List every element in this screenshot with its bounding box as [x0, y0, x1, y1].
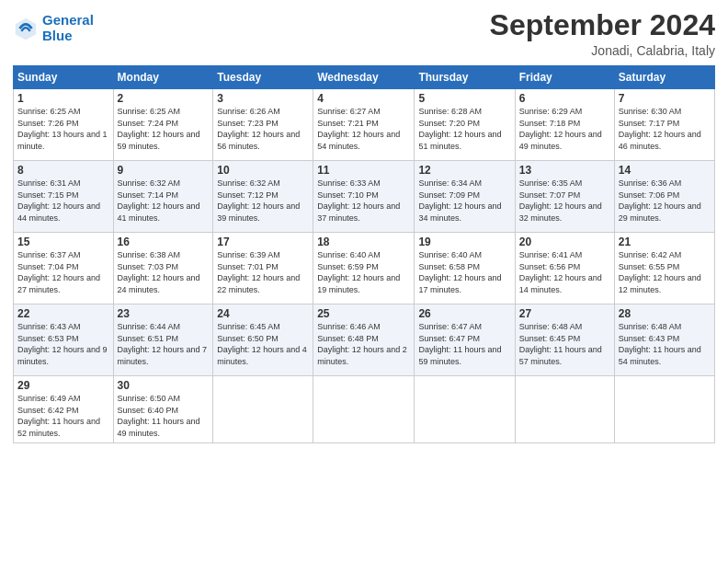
header: General Blue September 2024 Jonadi, Cala… [13, 9, 715, 58]
col-sunday: Sunday [14, 66, 114, 89]
location: Jonadi, Calabria, Italy [490, 43, 715, 58]
logo-blue: Blue [42, 28, 73, 43]
calendar-week-3: 15Sunrise: 6:37 AMSunset: 7:04 PMDayligh… [14, 233, 715, 304]
calendar-week-1: 1Sunrise: 6:25 AMSunset: 7:26 PMDaylight… [14, 89, 715, 161]
col-wednesday: Wednesday [313, 66, 415, 89]
table-row: 6Sunrise: 6:29 AMSunset: 7:18 PMDaylight… [515, 89, 614, 161]
table-row: 10Sunrise: 6:32 AMSunset: 7:12 PMDayligh… [213, 161, 313, 233]
table-row: 18Sunrise: 6:40 AMSunset: 6:59 PMDayligh… [313, 233, 415, 304]
table-row: 11Sunrise: 6:33 AMSunset: 7:10 PMDayligh… [313, 161, 415, 233]
table-row: 27Sunrise: 6:48 AMSunset: 6:45 PMDayligh… [515, 304, 614, 376]
title-block: September 2024 Jonadi, Calabria, Italy [490, 9, 715, 58]
calendar-header-row: Sunday Monday Tuesday Wednesday Thursday… [14, 66, 715, 89]
table-row: 9Sunrise: 6:32 AMSunset: 7:14 PMDaylight… [113, 161, 213, 233]
table-row: 8Sunrise: 6:31 AMSunset: 7:15 PMDaylight… [14, 161, 114, 233]
table-row: 1Sunrise: 6:25 AMSunset: 7:26 PMDaylight… [14, 89, 114, 161]
table-row: 23Sunrise: 6:44 AMSunset: 6:51 PMDayligh… [113, 304, 213, 376]
table-row: 3Sunrise: 6:26 AMSunset: 7:23 PMDaylight… [213, 89, 313, 161]
table-row: 22Sunrise: 6:43 AMSunset: 6:53 PMDayligh… [14, 304, 114, 376]
table-row [515, 376, 614, 442]
logo-icon [13, 16, 39, 41]
table-row [415, 376, 515, 442]
col-tuesday: Tuesday [213, 66, 313, 89]
table-row: 4Sunrise: 6:27 AMSunset: 7:21 PMDaylight… [313, 89, 415, 161]
calendar-week-4: 22Sunrise: 6:43 AMSunset: 6:53 PMDayligh… [14, 304, 715, 376]
table-row: 24Sunrise: 6:45 AMSunset: 6:50 PMDayligh… [213, 304, 313, 376]
table-row: 5Sunrise: 6:28 AMSunset: 7:20 PMDaylight… [415, 89, 515, 161]
calendar-table: Sunday Monday Tuesday Wednesday Thursday… [13, 65, 715, 442]
logo: General Blue [13, 13, 94, 43]
table-row: 2Sunrise: 6:25 AMSunset: 7:24 PMDaylight… [113, 89, 213, 161]
table-row: 21Sunrise: 6:42 AMSunset: 6:55 PMDayligh… [614, 233, 714, 304]
col-monday: Monday [113, 66, 213, 89]
month-title: September 2024 [490, 9, 715, 41]
table-row: 14Sunrise: 6:36 AMSunset: 7:06 PMDayligh… [614, 161, 714, 233]
table-row: 16Sunrise: 6:38 AMSunset: 7:03 PMDayligh… [113, 233, 213, 304]
calendar-week-5: 29Sunrise: 6:49 AMSunset: 6:42 PMDayligh… [14, 376, 715, 442]
table-row [313, 376, 415, 442]
col-thursday: Thursday [415, 66, 515, 89]
table-row: 20Sunrise: 6:41 AMSunset: 6:56 PMDayligh… [515, 233, 614, 304]
svg-marker-0 [16, 17, 36, 39]
table-row: 25Sunrise: 6:46 AMSunset: 6:48 PMDayligh… [313, 304, 415, 376]
table-row: 7Sunrise: 6:30 AMSunset: 7:17 PMDaylight… [614, 89, 714, 161]
page-container: General Blue September 2024 Jonadi, Cala… [0, 0, 728, 449]
logo-text: General Blue [42, 13, 94, 43]
table-row: 13Sunrise: 6:35 AMSunset: 7:07 PMDayligh… [515, 161, 614, 233]
table-row: 29Sunrise: 6:49 AMSunset: 6:42 PMDayligh… [14, 376, 114, 442]
table-row: 17Sunrise: 6:39 AMSunset: 7:01 PMDayligh… [213, 233, 313, 304]
table-row: 12Sunrise: 6:34 AMSunset: 7:09 PMDayligh… [415, 161, 515, 233]
col-friday: Friday [515, 66, 614, 89]
table-row: 28Sunrise: 6:48 AMSunset: 6:43 PMDayligh… [614, 304, 714, 376]
table-row: 30Sunrise: 6:50 AMSunset: 6:40 PMDayligh… [113, 376, 213, 442]
table-row: 26Sunrise: 6:47 AMSunset: 6:47 PMDayligh… [415, 304, 515, 376]
calendar-week-2: 8Sunrise: 6:31 AMSunset: 7:15 PMDaylight… [14, 161, 715, 233]
table-row: 15Sunrise: 6:37 AMSunset: 7:04 PMDayligh… [14, 233, 114, 304]
table-row [213, 376, 313, 442]
table-row [614, 376, 714, 442]
col-saturday: Saturday [614, 66, 714, 89]
logo-general: General [42, 12, 94, 28]
table-row: 19Sunrise: 6:40 AMSunset: 6:58 PMDayligh… [415, 233, 515, 304]
